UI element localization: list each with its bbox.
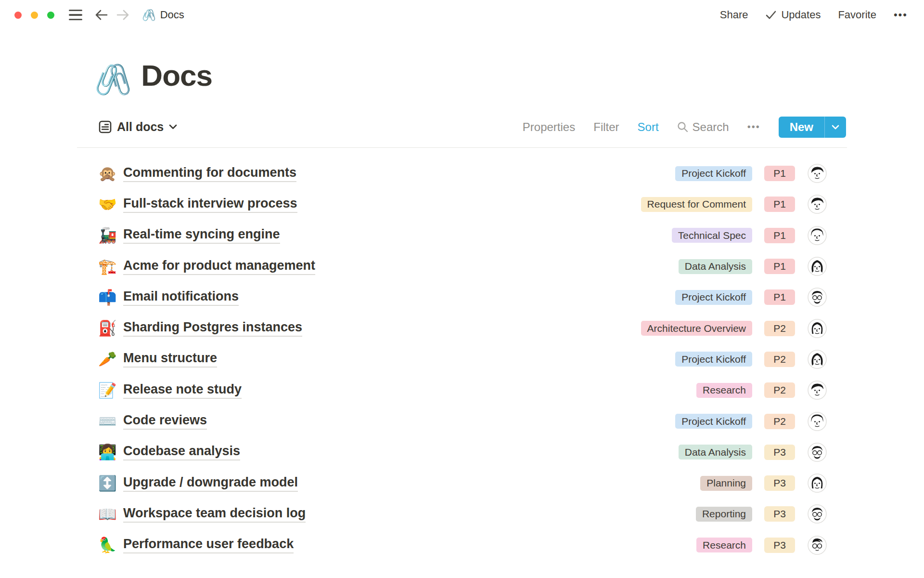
search-button[interactable]: Search (677, 120, 729, 134)
toolbar-more-options-icon[interactable]: ••• (747, 121, 760, 132)
doc-title-link[interactable]: Upgrade / downgrade model (123, 475, 298, 492)
priority-badge[interactable]: P1 (764, 228, 795, 243)
close-window-button[interactable] (14, 12, 22, 19)
doc-type-tag[interactable]: Research (696, 383, 752, 398)
doc-row[interactable]: 👩‍💻 Codebase analysis Data Analysis P3 (77, 437, 847, 468)
doc-row[interactable]: 🤝 Full-stack interview process Request f… (77, 189, 847, 220)
assignee-avatar[interactable] (808, 443, 827, 462)
sidebar-menu-icon[interactable] (69, 10, 82, 21)
priority-badge[interactable]: P3 (764, 445, 795, 460)
priority-badge[interactable]: P1 (764, 197, 795, 212)
priority-badge[interactable]: P2 (764, 382, 795, 398)
doc-title-link[interactable]: Release note study (123, 382, 242, 399)
doc-emoji-icon: ⛽ (98, 321, 116, 336)
doc-type-tag[interactable]: Planning (700, 476, 752, 491)
priority-badge[interactable]: P3 (764, 475, 795, 491)
assignee-avatar[interactable] (808, 319, 827, 338)
new-button-dropdown[interactable] (824, 117, 846, 138)
assignee-avatar[interactable] (808, 412, 827, 431)
doc-type-tag[interactable]: Project Kickoff (675, 352, 752, 367)
doc-row[interactable]: 📫 Email notifications Project Kickoff P1 (77, 282, 847, 313)
doc-type-tag[interactable]: Research (696, 538, 752, 552)
doc-row[interactable]: 🚂 Real-time syncing engine Technical Spe… (77, 220, 847, 251)
doc-row[interactable]: 📖 Workspace team decision log Reporting … (77, 499, 847, 529)
doc-title-link[interactable]: Commenting for documents (123, 165, 296, 182)
doc-emoji-icon: 📫 (98, 290, 116, 305)
doc-row[interactable]: 🦜 Performance user feedback Research P3 (77, 530, 847, 561)
paperclip-page-icon: 🖇️ (142, 10, 156, 21)
doc-row[interactable]: 📝 Release note study Research P2 (77, 375, 847, 406)
assignee-avatar[interactable] (808, 288, 827, 307)
doc-title-link[interactable]: Workspace team decision log (123, 506, 306, 523)
updates-button[interactable]: Updates (765, 9, 821, 21)
assignee-avatar[interactable] (808, 164, 827, 183)
paperclip-page-icon[interactable]: 🖇️ (94, 65, 131, 94)
doc-type-tag[interactable]: Project Kickoff (675, 290, 752, 305)
docs-list: 🙊 Commenting for documents Project Kicko… (77, 158, 847, 561)
properties-button[interactable]: Properties (523, 120, 575, 134)
assignee-avatar[interactable] (808, 195, 827, 214)
doc-row[interactable]: ↕️ Upgrade / downgrade model Planning P3 (77, 468, 847, 499)
assignee-avatar[interactable] (808, 226, 827, 245)
doc-type-tag[interactable]: Project Kickoff (675, 414, 752, 429)
view-switcher[interactable]: All docs (99, 120, 177, 134)
breadcrumb[interactable]: 🖇️ Docs (142, 9, 184, 21)
doc-title-link[interactable]: Full-stack interview process (123, 196, 297, 213)
doc-title-link[interactable]: Performance user feedback (123, 537, 294, 553)
doc-type-tag[interactable]: Data Analysis (679, 259, 752, 274)
doc-emoji-icon: 🏗️ (98, 259, 116, 274)
doc-type-tag[interactable]: Request for Comment (641, 197, 752, 212)
doc-title-link[interactable]: Sharding Postgres instances (123, 320, 302, 337)
priority-badge[interactable]: P1 (764, 289, 795, 305)
minimize-window-button[interactable] (31, 12, 38, 19)
forward-arrow-icon[interactable] (116, 9, 129, 21)
doc-title-link[interactable]: Code reviews (123, 413, 207, 430)
priority-badge[interactable]: P1 (764, 166, 795, 181)
priority-badge[interactable]: P1 (764, 259, 795, 274)
assignee-avatar[interactable] (808, 257, 827, 276)
priority-badge[interactable]: P2 (764, 414, 795, 429)
doc-row[interactable]: 🙊 Commenting for documents Project Kicko… (77, 158, 847, 189)
doc-title-link[interactable]: Menu structure (123, 351, 217, 368)
zoom-window-button[interactable] (47, 12, 54, 19)
list-view-icon (99, 120, 112, 133)
traffic-lights (14, 12, 54, 19)
doc-title-link[interactable]: Acme for product management (123, 258, 315, 275)
search-icon (677, 121, 688, 132)
doc-row[interactable]: 🥕 Menu structure Project Kickoff P2 (77, 344, 847, 375)
doc-type-tag[interactable]: Reporting (696, 507, 752, 522)
share-button[interactable]: Share (720, 9, 748, 21)
doc-row[interactable]: ⌨️ Code reviews Project Kickoff P2 (77, 406, 847, 436)
doc-type-tag[interactable]: Technical Spec (672, 228, 752, 243)
assignee-avatar[interactable] (808, 536, 827, 555)
doc-type-tag[interactable]: Architecture Overview (641, 321, 752, 336)
doc-title-link[interactable]: Real-time syncing engine (123, 227, 280, 244)
doc-emoji-icon: 🚂 (98, 228, 116, 243)
toolbar-divider (77, 147, 847, 148)
doc-type-tag[interactable]: Project Kickoff (675, 166, 752, 181)
priority-badge[interactable]: P3 (764, 538, 795, 553)
priority-badge[interactable]: P3 (764, 506, 795, 522)
assignee-avatar[interactable] (808, 473, 827, 493)
priority-badge[interactable]: P2 (764, 352, 795, 367)
doc-row[interactable]: ⛽ Sharding Postgres instances Architectu… (77, 313, 847, 343)
doc-type-tag[interactable]: Data Analysis (679, 445, 752, 460)
back-arrow-icon[interactable] (95, 9, 108, 21)
chevron-down-icon (832, 125, 839, 130)
new-button[interactable]: New (779, 117, 824, 138)
doc-row[interactable]: 🏗️ Acme for product management Data Anal… (77, 251, 847, 282)
assignee-avatar[interactable] (808, 350, 827, 369)
doc-emoji-icon: 👩‍💻 (98, 445, 116, 460)
doc-title-link[interactable]: Email notifications (123, 289, 239, 306)
page-title: Docs (141, 57, 212, 94)
doc-title-link[interactable]: Codebase analysis (123, 444, 240, 460)
window-more-options-icon[interactable]: ••• (894, 9, 908, 21)
sort-button[interactable]: Sort (638, 120, 659, 134)
doc-emoji-icon: 📝 (98, 383, 116, 398)
doc-emoji-icon: ⌨️ (98, 414, 116, 429)
assignee-avatar[interactable] (808, 504, 827, 524)
filter-button[interactable]: Filter (593, 120, 619, 134)
priority-badge[interactable]: P2 (764, 321, 795, 336)
assignee-avatar[interactable] (808, 381, 827, 400)
favorite-button[interactable]: Favorite (838, 9, 876, 21)
